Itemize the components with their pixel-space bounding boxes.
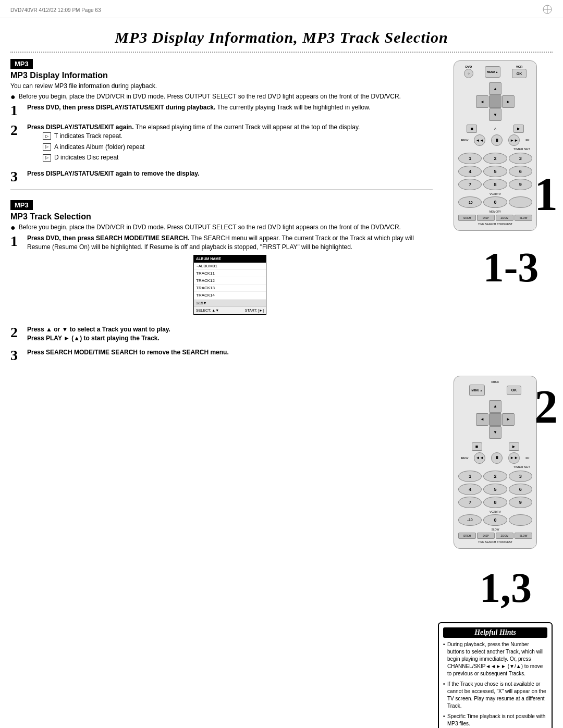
r2-num7-btn[interactable]: 7 [458,497,482,508]
remote1: DVD ○ MENU ▲ VCR OK [454,60,537,231]
dpad-center[interactable] [489,95,501,108]
numpad1: 1 2 3 4 5 6 7 8 9 [458,153,532,190]
r2-num5-btn[interactable]: 5 [483,484,507,495]
section2: MP3 MP3 Track Selection ● Before you beg… [10,194,433,363]
r2-rew-label: REW [461,456,468,460]
num-10-btn[interactable]: -10 [458,196,482,208]
remote2: DISC MENU ▲ OK ▲ ◄ ► [454,376,537,549]
r2-ok-btn[interactable]: OK [507,386,521,395]
r2-transport-row1: ■ ► [458,442,532,451]
dvd-btn[interactable]: ○ [464,69,473,78]
page-header: DVD740VR 4/12/02 12:09 PM Page 63 [0,0,563,18]
num4-btn[interactable]: 4 [458,166,482,177]
section2-title: MP3 Track Selection [10,212,433,221]
section1-tag: MP3 [10,59,33,69]
section2-step2: 2 Press ▲ or ▼ to select a Track you wan… [10,325,433,343]
r2-num9-btn[interactable]: 9 [509,497,532,508]
repeat-icon-a: ▷ [43,143,51,151]
dpad-up[interactable]: ▲ [489,82,501,95]
rew-btn[interactable]: ◄◄ [474,134,485,146]
r2-dpad-up[interactable]: ▲ [489,400,501,413]
num0-btn[interactable]: 0 [483,196,507,208]
ff-btn[interactable]: ►► [508,134,520,146]
page-title: MP3 Display Information, MP3 Track Selec… [115,29,448,46]
num2-btn[interactable]: 2 [483,153,507,164]
r2-slow-btn[interactable]: SLOW [515,533,532,539]
stop-btn[interactable]: ■ [467,125,477,133]
r2-stop-btn[interactable]: ■ [472,442,482,451]
r2-num3-btn[interactable]: 3 [509,471,532,482]
pause-btn[interactable]: ⏸ [491,134,503,146]
play-btn[interactable]: ► [513,125,524,133]
dpad-down[interactable]: ▼ [489,108,501,121]
r2-dpad-center[interactable] [489,413,501,426]
r2-num-10-btn[interactable]: -10 [458,514,482,526]
r2-search-btn[interactable]: SRCH [458,533,476,539]
hint1: During playback, press the Number button… [443,641,547,677]
num5-btn[interactable]: 5 [483,166,507,177]
screen-display: ALBUM NAME ÷ALBUM01 TRACK11 TRACK12 TRAC… [193,255,266,315]
step2-content: Press DISPLAY/STATUS/EXIT again. The ela… [27,123,433,164]
r2-rew-btn[interactable]: ◄◄ [474,452,485,464]
slow-btn[interactable]: SLOW [515,215,532,221]
num7-btn[interactable]: 7 [458,179,482,190]
repeat-icon-t: ▷ [43,132,51,140]
header-crosshair [542,4,553,16]
section1-title: MP3 Display Information [10,71,433,80]
repeat-item-1: ▷ T indicates Track repeat. [43,132,433,141]
r2-num4-btn[interactable]: 4 [458,484,482,495]
num3-btn[interactable]: 3 [509,153,532,164]
s2-step-number-1: 1 [10,234,23,249]
step3-content: Press DISPLAY/STATUS/EXIT again to remov… [27,169,433,178]
r2-play-btn[interactable]: ► [509,442,519,451]
r2-display-btn[interactable]: DISP [477,533,495,539]
r2-dpad-left[interactable]: ◄ [476,413,488,426]
r2-zoom-btn[interactable]: ZOOM [496,533,513,539]
r2-num1-btn[interactable]: 1 [458,471,482,482]
display-btn[interactable]: DISP [477,215,495,221]
helpful-hints-title: Helpful Hints [443,627,547,638]
r2-pause-btn[interactable]: ⏸ [491,452,503,464]
bottom-left [10,373,433,728]
screen-row-1: TRACK11 [194,270,266,277]
repeat-item-2: ▷ A indicates Album (folder) repeat [43,143,433,152]
menu-btn[interactable]: MENU ▲ [485,66,500,78]
section2-tag: MP3 [10,200,33,210]
s2-step3-bold: Press SEARCH MODE/TIME SEARCH to remove … [27,349,229,356]
step1-sub: The currently playing Track will be high… [217,104,370,111]
r2-ff-btn[interactable]: ►► [508,452,520,464]
r2-timer-label: TIMER SET [458,465,530,468]
s2-step2-text: Press ▲ or ▼ to select a Track you want … [27,326,170,333]
screen-row-0: ÷ALBUM01 [194,263,266,270]
r2-dpad-down[interactable]: ▼ [489,426,501,439]
dpad-right[interactable]: ► [502,95,515,108]
bottom-row1: SRCH DISP ZOOM SLOW [458,215,532,221]
dpad-left[interactable]: ◄ [476,95,488,108]
step1-content: Press DVD, then press DISPLAY/STATUS/EXI… [27,103,433,112]
section-divider [10,189,433,190]
search-mode-btn[interactable]: SRCH [458,215,476,221]
r2-bottom-row: SRCH DISP ZOOM SLOW [458,533,532,539]
r2-num-empty[interactable] [509,514,532,526]
r2-num2-btn[interactable]: 2 [483,471,507,482]
section1-step2: 2 Press DISPLAY/STATUS/EXIT again. The e… [10,123,433,164]
num6-btn[interactable]: 6 [509,166,532,177]
r2-num0-btn[interactable]: 0 [483,514,507,526]
main-content: MP3 MP3 Display Information You can revi… [0,53,563,368]
r2-num6-btn[interactable]: 6 [509,484,532,495]
section1-bullet1: ● Before you begin, place the DVD/VCR in… [10,93,433,101]
num-extra-btn[interactable] [509,196,532,208]
r2-num8-btn[interactable]: 8 [483,497,507,508]
section2-step3: 3 Press SEARCH MODE/TIME SEARCH to remov… [10,348,433,363]
r2-menu-btn[interactable]: MENU ▲ [469,385,485,396]
timer-set-label: TIMER SET [458,147,530,151]
zoom-btn[interactable]: ZOOM [496,215,513,221]
num8-btn[interactable]: 8 [483,179,507,190]
ok-btn[interactable]: OK [512,69,527,78]
num9-btn[interactable]: 9 [509,179,532,190]
large-number-2: 2 [534,384,558,430]
vcr-label2: A [494,127,496,130]
s2-step1-bold: Press DVD, then press SEARCH MODE/TIME S… [27,235,189,242]
num1-btn[interactable]: 1 [458,153,482,164]
r2-dpad-right[interactable]: ► [502,413,515,426]
